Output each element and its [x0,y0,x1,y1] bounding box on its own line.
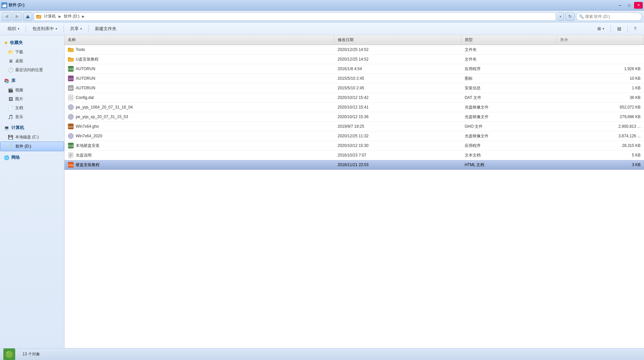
preview-button[interactable]: ▤ [613,24,625,34]
table-row[interactable]: HTML 硬盘安装教程 2016/11/21 22:03 HTML 文档 3 K… [64,160,644,170]
organize-chevron: ▾ [18,27,20,30]
addressbar: 计算机 ▶ 软件 (D:) ▶ ▾ ↻ 🔍 [0,11,644,22]
view-button[interactable]: ⊞ ▾ [593,24,609,34]
organize-label: 组织 [8,26,16,32]
video-icon: 🎬 [8,88,13,93]
file-name-cell: EXE 本地硬盘安装 [64,141,334,151]
drive-c-icon: 💾 [8,135,13,140]
table-row[interactable]: EXE AUTORUN 2016/1/8 4:54 应用程序 1,926 KB [64,64,644,74]
file-size-cell: 10 KB [557,74,644,83]
table-row[interactable]: pe_yqs_xp_20_07_31_15_53 2020/10/12 15:3… [64,112,644,122]
sidebar-item-desktop[interactable]: 🖥 桌面 [0,57,64,66]
maximize-button[interactable]: □ [625,2,633,9]
toolbar-sep-4 [611,25,611,32]
close-button[interactable]: ✕ [634,2,643,9]
table-row[interactable]: Win7x64_2020 2020/12/25 11:32 光盘映像文件 3,8… [64,131,644,141]
sidebar-item-picture[interactable]: 🖼 图片 [0,95,64,104]
table-row[interactable]: 光盘说明 2016/10/23 7:07 文本文档 5 KB [64,151,644,160]
new-folder-button[interactable]: 新建文件夹 [91,24,121,34]
file-name-cell: pe_yqs_1064_20_07_31_16_04 [64,103,334,112]
svg-rect-7 [37,16,40,18]
address-path-icon [36,14,41,19]
toolbar-sep-5 [627,25,628,32]
file-name-cell: 光盘说明 [64,151,334,160]
path-computer[interactable]: 计算机 [43,13,57,20]
file-date-cell: 2016/10/23 7:07 [334,151,461,160]
sidebar-section-favorites: ★ 收藏夹 📁 下载 🖥 桌面 🕐 最近访问的位置 [0,38,64,74]
status-app-icon: 🟢 [3,348,15,360]
sidebar-item-recent[interactable]: 🕐 最近访问的位置 [0,66,64,74]
sidebar-item-video[interactable]: 🎬 视频 [0,86,64,95]
up-button[interactable] [23,12,32,21]
star-icon: ★ [4,40,8,45]
table-row[interactable]: GHO Win7x64.gho 2019/9/7 19:25 GHO 文件 2,… [64,122,644,131]
sidebar-library-header[interactable]: 📚 库 [0,76,64,86]
file-name: U盘安装教程 [76,57,99,62]
table-row[interactable]: U盘安装教程 2020/12/25 14:52 文件夹 [64,55,644,64]
file-date-cell: 2016/11/21 22:03 [334,160,461,170]
forward-button[interactable] [13,12,22,21]
sidebar-item-document[interactable]: 📄 文档 [0,104,64,112]
table-row[interactable]: pe_yqs_1064_20_07_31_16_04 2020/10/12 15… [64,103,644,112]
column-header-date[interactable]: 修改日期 [334,35,461,45]
minimize-button[interactable]: ─ [616,2,624,9]
refresh-button[interactable]: ↻ [565,12,575,21]
column-header-type[interactable]: 类型 [461,35,557,45]
search-box[interactable]: 🔍 [576,12,642,21]
help-label: ? [634,26,636,31]
organize-button[interactable]: 组织 ▾ [3,24,24,34]
sidebar-item-music[interactable]: 🎵 音乐 [0,112,64,121]
include-library-chevron: ▾ [56,27,57,30]
svg-marker-3 [16,15,19,19]
table-row[interactable]: Config.dat 2020/10/12 15:42 DAT 文件 36 KB [64,93,644,103]
file-date-cell: 2020/12/25 14:52 [334,55,461,64]
back-button[interactable] [2,12,11,21]
path-drive[interactable]: 软件 (D:) [63,13,81,20]
file-size-cell: 3 KB [557,160,644,170]
table-row[interactable]: ICO AUTORUN 2015/5/10 2:45 图标 10 KB [64,74,644,83]
table-row[interactable]: EXE 本地硬盘安装 2020/10/12 15:30 应用程序 28,315 … [64,141,644,151]
search-input[interactable] [585,14,631,19]
svg-text:ICO: ICO [68,77,73,80]
file-date-cell: 2020/12/25 11:32 [334,131,461,141]
sidebar-item-download[interactable]: 📁 下载 [0,48,64,57]
file-size-cell: 652,072 KB [557,103,644,112]
svg-text:INF: INF [69,87,73,90]
address-dropdown-button[interactable]: ▾ [557,12,564,21]
path-arrow-2: ▶ [82,15,85,18]
sidebar-computer-header[interactable]: 💻 计算机 [0,123,64,133]
toolbar: 组织 ▾ 包含到库中 ▾ 共享 ▾ 新建文件夹 ⊞ ▾ ▤ ? [0,22,644,35]
file-date-cell: 2020/10/12 15:36 [334,112,461,122]
file-icon: EXE [68,66,74,72]
window-title: 软件 (D:) [9,2,24,8]
table-row[interactable]: INF AUTORUN 2015/5/10 2:45 安装信息 1 KB [64,83,644,93]
svg-rect-30 [68,153,73,158]
sidebar-item-drive-c[interactable]: 💾 本地磁盘 (C:) [0,133,64,142]
music-icon: 🎵 [8,114,13,120]
svg-rect-6 [36,15,38,16]
share-button[interactable]: 共享 ▾ [66,24,86,34]
table-row[interactable]: Tools 2020/12/25 14:52 文件夹 [64,45,644,55]
column-header-name[interactable]: 名称 [64,35,334,45]
svg-text:HTML: HTML [68,164,74,166]
include-library-button[interactable]: 包含到库中 ▾ [28,24,62,34]
file-type-cell: 文本文档 [461,151,557,160]
file-type-cell: 应用程序 [461,64,557,74]
file-size-cell: 1,926 KB [557,64,644,74]
sidebar-network-header[interactable]: 🌐 网络 [0,153,64,162]
file-size-cell: 3,874,126 ... [557,131,644,141]
help-button[interactable]: ? [630,24,641,34]
column-header-size[interactable]: 大小 [557,35,644,45]
svg-point-23 [70,116,72,118]
file-name-cell: pe_yqs_xp_20_07_31_15_53 [64,112,334,122]
file-icon: GHO [68,123,74,129]
file-area: 名称 修改日期 类型 大小 Tools 2020/12/25 14:52 文件夹 [64,35,644,348]
file-name-cell: U盘安装教程 [64,55,334,64]
file-icon: INF [68,85,74,91]
svg-point-21 [70,107,72,108]
sidebar-item-drive-d[interactable]: 💿 软件 (D:) [0,142,64,151]
address-path[interactable]: 计算机 ▶ 软件 (D:) ▶ [34,12,556,21]
file-icon: EXE [68,143,74,149]
table-header-row: 名称 修改日期 类型 大小 [64,35,644,45]
sidebar-favorites-header[interactable]: ★ 收藏夹 [0,38,64,48]
